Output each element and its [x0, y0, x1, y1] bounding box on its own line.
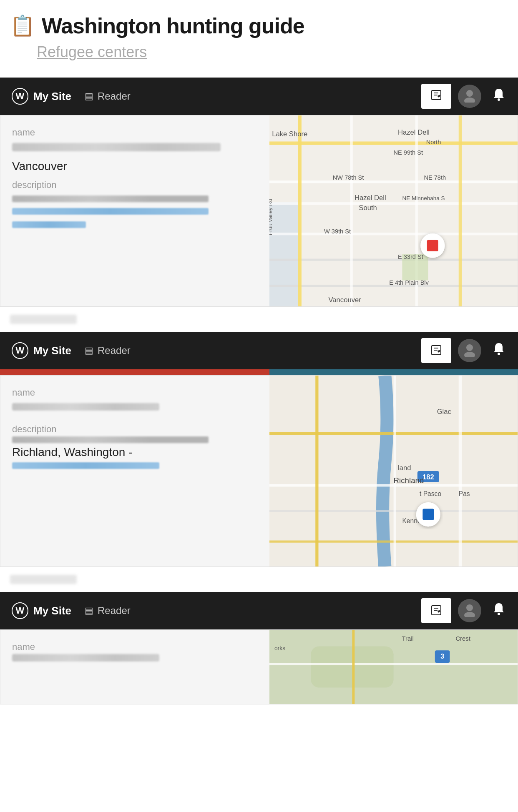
- avatar-button-2[interactable]: [458, 339, 481, 362]
- section-3: W My Site ▤ Reader: [0, 592, 518, 704]
- svg-text:land: land: [398, 464, 411, 472]
- svg-rect-43: [393, 376, 396, 566]
- wp-toolbar-2: W My Site ▤ Reader: [0, 332, 518, 369]
- page-title: Washington hunting guide: [42, 13, 304, 38]
- svg-point-58: [498, 613, 500, 615]
- wp-logo-2[interactable]: W My Site: [12, 342, 71, 359]
- avatar-button-1[interactable]: [458, 85, 481, 108]
- svg-rect-63: [352, 630, 355, 704]
- avatar-button-3[interactable]: [458, 599, 481, 622]
- my-site-label[interactable]: My Site: [33, 90, 71, 103]
- bell-button-3[interactable]: [491, 601, 506, 620]
- compose-icon: [430, 89, 443, 104]
- bell-button-2[interactable]: [491, 341, 506, 360]
- title-row: 📋 Washington hunting guide: [10, 13, 508, 38]
- svg-text:E 33rd St: E 33rd St: [398, 253, 423, 260]
- name-value-1: Vancouver: [12, 160, 258, 173]
- svg-rect-54: [422, 509, 434, 520]
- my-site-label-3[interactable]: My Site: [33, 604, 71, 617]
- svg-text:Hazel Dell: Hazel Dell: [355, 194, 386, 202]
- svg-text:Fruit Valley Rd: Fruit Valley Rd: [269, 199, 273, 236]
- svg-point-34: [466, 344, 473, 351]
- compose-icon-3: [430, 604, 443, 618]
- avatar-icon-3: [462, 602, 477, 620]
- wp-logo-3[interactable]: W My Site: [12, 602, 71, 619]
- reader-nav-2[interactable]: ▤ Reader: [85, 345, 131, 356]
- reader-icon: ▤: [85, 91, 93, 102]
- svg-text:Lake Shore: Lake Shore: [272, 130, 307, 138]
- svg-point-1: [466, 90, 473, 97]
- wordpress-icon-2: W: [12, 342, 28, 359]
- my-site-label-2[interactable]: My Site: [33, 344, 71, 357]
- reader-nav-1[interactable]: ▤ Reader: [85, 90, 131, 102]
- page-header: 📋 Washington hunting guide Refugee cente…: [0, 0, 518, 78]
- wp-toolbar-3: W My Site ▤ Reader: [0, 592, 518, 629]
- svg-point-57: [464, 612, 475, 617]
- svg-rect-62: [269, 663, 518, 665]
- wp-logo-1[interactable]: W My Site: [12, 88, 71, 105]
- desc-blurred-1a: [12, 195, 209, 202]
- svg-point-3: [498, 98, 500, 101]
- svg-text:t Pasco: t Pasco: [420, 490, 441, 497]
- reader-nav-3[interactable]: ▤ Reader: [85, 605, 131, 617]
- desc-blue-1a: [12, 208, 209, 215]
- svg-rect-7: [269, 180, 518, 183]
- card-1: name Vancouver description: [0, 115, 518, 307]
- card-1-left: name Vancouver description: [0, 115, 269, 306]
- compose-icon-2: [430, 344, 443, 358]
- svg-rect-13: [350, 115, 352, 306]
- svg-text:Vancouver: Vancouver: [328, 296, 361, 304]
- svg-text:Richland: Richland: [393, 476, 424, 485]
- svg-text:North: North: [426, 139, 441, 145]
- svg-rect-42: [315, 376, 318, 566]
- svg-rect-8: [269, 202, 518, 205]
- desc-blue-1b: [12, 221, 86, 228]
- page-subtitle[interactable]: Refugee centers: [37, 43, 508, 61]
- card-2: name description Richland, Washington -: [0, 375, 518, 567]
- tag-1: [10, 315, 77, 324]
- svg-text:Crest: Crest: [455, 635, 470, 642]
- tag-2: [10, 575, 77, 584]
- reader-label: Reader: [98, 90, 131, 102]
- svg-rect-15: [459, 115, 462, 306]
- name-label-3: name: [12, 642, 258, 652]
- document-icon: 📋: [10, 16, 35, 36]
- desc-blue-2a: [12, 462, 159, 469]
- card-3-left: name: [0, 630, 269, 704]
- toolbar-actions-3: [421, 598, 506, 623]
- desc-blurred-2a: [12, 436, 209, 443]
- card-3-map[interactable]: 3 orks Trail Crest: [269, 630, 518, 704]
- section-1: W My Site ▤ Reader: [0, 78, 518, 307]
- desc-label-1: description: [12, 180, 258, 190]
- reader-icon-2: ▤: [85, 345, 93, 356]
- name-label-1: name: [12, 127, 258, 138]
- between-2-3: [0, 567, 518, 592]
- card-2-map[interactable]: 182 Glac land Richland t Pasco Pas Kenne…: [269, 376, 518, 566]
- card-1-map[interactable]: Lake Shore Hazel Dell North NE 99th St N…: [269, 115, 518, 306]
- compose-button-1[interactable]: [421, 84, 451, 109]
- name-blurred-3: [12, 654, 159, 662]
- svg-text:NE 78th: NE 78th: [424, 174, 446, 181]
- compose-button-3[interactable]: [421, 598, 451, 623]
- svg-rect-9: [269, 233, 518, 235]
- svg-text:Pas: Pas: [459, 490, 470, 497]
- svg-text:NE Minnehaha S: NE Minnehaha S: [402, 195, 445, 201]
- svg-point-2: [464, 98, 475, 103]
- avatar-icon-1: [462, 88, 477, 105]
- svg-point-35: [464, 352, 475, 357]
- wp-toolbar-1: W My Site ▤ Reader: [0, 78, 518, 115]
- svg-text:182: 182: [422, 473, 434, 481]
- compose-button-2[interactable]: [421, 338, 451, 363]
- reader-icon-3: ▤: [85, 605, 93, 616]
- svg-text:3: 3: [440, 653, 444, 660]
- desc-label-2: description: [12, 424, 258, 435]
- wordpress-icon-3: W: [12, 602, 28, 619]
- bell-button-1[interactable]: [491, 87, 506, 105]
- reader-label-3: Reader: [98, 605, 131, 617]
- wordpress-icon: W: [12, 88, 28, 105]
- svg-text:South: South: [359, 204, 377, 212]
- section-2: W My Site ▤ Reader: [0, 332, 518, 567]
- bar-red: [0, 369, 269, 375]
- card-2-left: name description Richland, Washington -: [0, 376, 269, 566]
- svg-text:orks: orks: [274, 645, 285, 652]
